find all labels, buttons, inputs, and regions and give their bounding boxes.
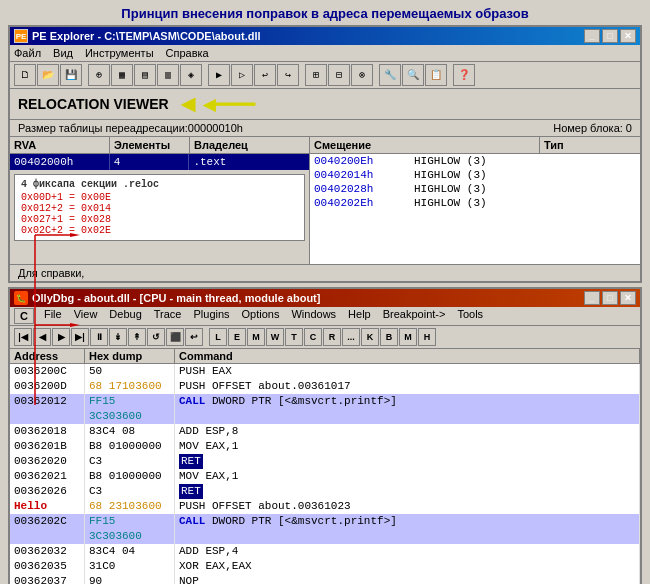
tb-open[interactable]: 📂 <box>37 64 59 86</box>
hex-2: FF15 3C303600 <box>85 394 175 424</box>
cmd-12: NOP <box>175 574 640 584</box>
tb-b7[interactable]: ▷ <box>231 64 253 86</box>
disasm-row-5[interactable]: 00362020 C3 RET <box>10 454 640 469</box>
close-button[interactable]: ✕ <box>620 29 636 43</box>
right-type-2: HIGHLOW (3) <box>414 183 487 195</box>
disasm-row-2[interactable]: 00362012 FF15 3C303600 CALL DWORD PTR [<… <box>10 394 640 424</box>
menu-olly-windows[interactable]: Windows <box>289 308 338 324</box>
tb-b4[interactable]: ▥ <box>157 64 179 86</box>
tb-L[interactable]: L <box>209 328 227 346</box>
disasm-row-11[interactable]: 00362035 31C0 XOR EAX,EAX <box>10 559 640 574</box>
pe-menubar: Файл Вид Инструменты Справка <box>10 45 640 62</box>
tb-prev[interactable]: ◀ <box>33 328 51 346</box>
tb-b5[interactable]: ◈ <box>180 64 202 86</box>
tb-run-till[interactable]: ↩ <box>185 328 203 346</box>
maximize-button[interactable]: □ <box>602 29 618 43</box>
tb-W[interactable]: W <box>266 328 284 346</box>
tb-b10[interactable]: ⊞ <box>305 64 327 86</box>
menu-c[interactable]: C <box>14 308 34 324</box>
minimize-button[interactable]: _ <box>584 29 600 43</box>
addr-7: 00362026 <box>10 484 85 499</box>
tb-restart[interactable]: ↺ <box>147 328 165 346</box>
tb-b8[interactable]: ↩ <box>254 64 276 86</box>
right-row-0[interactable]: 0040200Eh HIGHLOW (3) <box>310 154 640 168</box>
tb-b13[interactable]: 🔧 <box>379 64 401 86</box>
menu-olly-tools[interactable]: Tools <box>455 308 485 324</box>
menu-file[interactable]: Файл <box>14 47 41 59</box>
tb-b1[interactable]: ⊕ <box>88 64 110 86</box>
tb-R[interactable]: R <box>323 328 341 346</box>
disasm-row-0[interactable]: 0036200C 50 PUSH EAX <box>10 364 640 379</box>
pe-selected-row[interactable]: 00402000h 4 .text <box>10 154 309 170</box>
tb-dots[interactable]: ... <box>342 328 360 346</box>
tb-play[interactable]: ▶ <box>52 328 70 346</box>
menu-olly-trace[interactable]: Trace <box>152 308 184 324</box>
disasm-row-4[interactable]: 0036201B B8 01000000 MOV EAX,1 <box>10 439 640 454</box>
disasm-row-1[interactable]: 0036200D 68 17103600 PUSH OFFSET about.0… <box>10 379 640 394</box>
pe-statusbar: Для справки, <box>10 264 640 281</box>
menu-olly-debug[interactable]: Debug <box>107 308 143 324</box>
menu-help[interactable]: Справка <box>166 47 209 59</box>
menu-olly-plugins[interactable]: Plugins <box>191 308 231 324</box>
disasm-row-6[interactable]: 00362021 B8 01000000 MOV EAX,1 <box>10 469 640 484</box>
menu-view[interactable]: Вид <box>53 47 73 59</box>
tb-K[interactable]: K <box>361 328 379 346</box>
hex-8: 68 23103600 <box>85 499 175 514</box>
olly-close-button[interactable]: ✕ <box>620 291 636 305</box>
tb-rewind[interactable]: |◀ <box>14 328 32 346</box>
right-row-1[interactable]: 00402014h HIGHLOW (3) <box>310 168 640 182</box>
right-row-3[interactable]: 0040202Eh HIGHLOW (3) <box>310 196 640 210</box>
tb-b15[interactable]: 📋 <box>425 64 447 86</box>
tb-fwd[interactable]: ▶| <box>71 328 89 346</box>
olly-maximize-button[interactable]: □ <box>602 291 618 305</box>
disasm-row-3[interactable]: 00362018 83C4 08 ADD ESP,8 <box>10 424 640 439</box>
pe-table-body: 00402000h 4 .text 4 фиксапа секции .relo… <box>10 154 640 264</box>
addr-1: 0036200D <box>10 379 85 394</box>
tb-M2[interactable]: M <box>399 328 417 346</box>
pe-window-title: PE Explorer - C:\TEMP\ASM\CODE\about.dll <box>32 30 580 42</box>
tb-b3[interactable]: ▤ <box>134 64 156 86</box>
disasm-row-9[interactable]: 0036202C FF15 3C303600 CALL DWORD PTR [<… <box>10 514 640 544</box>
ollydbg-window: 🐛 OllyDbg - about.dll - [CPU - main thre… <box>8 287 642 584</box>
tb-b9[interactable]: ↪ <box>277 64 299 86</box>
olly-minimize-button[interactable]: _ <box>584 291 600 305</box>
tb-M[interactable]: M <box>247 328 265 346</box>
tb-b11[interactable]: ⊟ <box>328 64 350 86</box>
right-row-2[interactable]: 00402028h HIGHLOW (3) <box>310 182 640 196</box>
tb-stop[interactable]: ⬛ <box>166 328 184 346</box>
tb-b16[interactable]: ❓ <box>453 64 475 86</box>
disasm-row-10[interactable]: 00362032 83C4 04 ADD ESP,4 <box>10 544 640 559</box>
tb-save[interactable]: 💾 <box>60 64 82 86</box>
tb-C[interactable]: C <box>304 328 322 346</box>
menu-olly-view[interactable]: View <box>72 308 100 324</box>
tb-b2[interactable]: ▦ <box>111 64 133 86</box>
tb-b14[interactable]: 🔍 <box>402 64 424 86</box>
disasm-row-8[interactable]: Hello 68 23103600 PUSH OFFSET about.0036… <box>10 499 640 514</box>
tb-B[interactable]: B <box>380 328 398 346</box>
tb-b6[interactable]: ▶ <box>208 64 230 86</box>
tb-T[interactable]: T <box>285 328 303 346</box>
addr-9: 0036202C <box>10 514 85 544</box>
col-offset: Смещение <box>310 137 540 153</box>
disasm-row-12[interactable]: 00362037 90 NOP <box>10 574 640 584</box>
right-offset-3: 0040202Eh <box>314 197 414 209</box>
menu-olly-help[interactable]: Help <box>346 308 373 324</box>
tb-b12[interactable]: ⊗ <box>351 64 373 86</box>
menu-tools[interactable]: Инструменты <box>85 47 154 59</box>
menu-olly-options[interactable]: Options <box>240 308 282 324</box>
tb-step2[interactable]: ↟ <box>128 328 146 346</box>
hex-4: B8 01000000 <box>85 439 175 454</box>
cmd-8: PUSH OFFSET about.00361023 <box>175 499 640 514</box>
tb-new[interactable]: 🗋 <box>14 64 36 86</box>
tb-step[interactable]: ↡ <box>109 328 127 346</box>
cmd-11: XOR EAX,EAX <box>175 559 640 574</box>
tb-H[interactable]: H <box>418 328 436 346</box>
disasm-row-7[interactable]: 00362026 C3 RET <box>10 484 640 499</box>
tb-pause[interactable]: ⏸ <box>90 328 108 346</box>
olly-menubar: C File View Debug Trace Plugins Options … <box>10 307 640 326</box>
addr-10: 00362032 <box>10 544 85 559</box>
olly-disasm-header: Address Hex dump Command <box>10 349 640 364</box>
menu-olly-breakpoint[interactable]: Breakpoint-> <box>381 308 448 324</box>
menu-olly-file[interactable]: File <box>42 308 64 324</box>
tb-E[interactable]: E <box>228 328 246 346</box>
